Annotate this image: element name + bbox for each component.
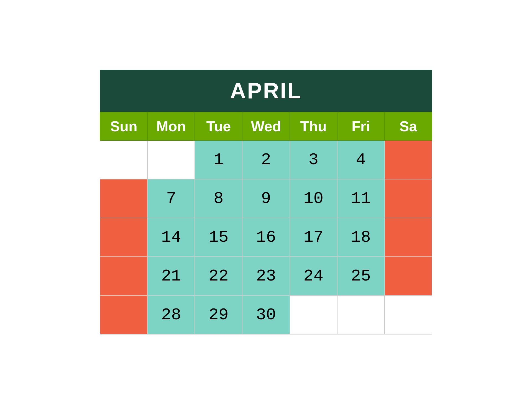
day-number: 29 bbox=[195, 305, 242, 324]
calendar-cell[interactable]: 3 bbox=[290, 140, 337, 179]
day-number: 1 bbox=[195, 150, 242, 169]
day-number: 6 bbox=[100, 189, 147, 208]
calendar-cell[interactable]: 9 bbox=[242, 179, 290, 218]
day-number: 5 bbox=[385, 150, 432, 169]
calendar-cell[interactable]: 18 bbox=[337, 218, 385, 257]
day-header-fri: Fri bbox=[337, 112, 385, 140]
day-number: 20 bbox=[100, 267, 147, 285]
calendar-cell[interactable]: 17 bbox=[290, 218, 337, 257]
day-header-sun: Sun bbox=[100, 112, 147, 140]
day-header-wed: Wed bbox=[242, 112, 290, 140]
calendar-cell[interactable]: 12 bbox=[385, 179, 432, 218]
calendar-cell[interactable] bbox=[337, 295, 385, 334]
day-header-tue: Tue bbox=[195, 112, 242, 140]
day-number: 27 bbox=[100, 305, 147, 324]
day-number: 18 bbox=[337, 228, 384, 247]
calendar-cell[interactable]: 19 bbox=[385, 218, 432, 257]
calendar-cell[interactable]: 28 bbox=[147, 295, 195, 334]
calendar-cell[interactable] bbox=[147, 140, 195, 179]
calendar-week-row: 13141516171819 bbox=[100, 218, 432, 257]
day-number: 17 bbox=[290, 228, 337, 247]
day-header-row: Sun Mon Tue Wed Thu Fri Sa bbox=[100, 112, 432, 140]
calendar-cell[interactable]: 29 bbox=[195, 295, 242, 334]
day-header-thu: Thu bbox=[290, 112, 337, 140]
calendar-wrapper: APRIL Sun Mon Tue Wed Thu Fri Sa 1234567… bbox=[100, 70, 432, 334]
calendar-cell[interactable]: 23 bbox=[242, 257, 290, 295]
day-number: 30 bbox=[242, 305, 289, 324]
day-number: 15 bbox=[195, 228, 242, 247]
day-number: 22 bbox=[195, 267, 242, 285]
calendar-cell[interactable]: 14 bbox=[147, 218, 195, 257]
calendar-week-row: 27282930 bbox=[100, 295, 432, 334]
month-title: APRIL bbox=[100, 78, 432, 104]
day-number: 14 bbox=[148, 228, 195, 247]
day-number: 11 bbox=[337, 189, 384, 208]
calendar-cell[interactable]: 4 bbox=[337, 140, 385, 179]
day-number: 13 bbox=[100, 228, 147, 247]
calendar-week-row: 12345 bbox=[100, 140, 432, 179]
day-number: 2 bbox=[242, 150, 289, 169]
day-number: 23 bbox=[242, 267, 289, 285]
calendar-cell[interactable]: 25 bbox=[337, 257, 385, 295]
calendar-body: 1234567891011121314151617181920212223242… bbox=[100, 140, 432, 334]
day-number: 3 bbox=[290, 150, 337, 169]
calendar-cell[interactable]: 16 bbox=[242, 218, 290, 257]
calendar-week-row: 20212223242526 bbox=[100, 257, 432, 295]
calendar-cell[interactable] bbox=[385, 295, 432, 334]
calendar-cell[interactable]: 27 bbox=[100, 295, 147, 334]
day-number: 25 bbox=[337, 267, 384, 285]
day-number: 24 bbox=[290, 267, 337, 285]
day-number: 12 bbox=[385, 189, 432, 208]
calendar-header: APRIL bbox=[100, 70, 432, 112]
day-number: 28 bbox=[148, 305, 195, 324]
calendar-cell[interactable]: 2 bbox=[242, 140, 290, 179]
day-number: 7 bbox=[148, 189, 195, 208]
day-number: 4 bbox=[337, 150, 384, 169]
calendar-cell[interactable]: 21 bbox=[147, 257, 195, 295]
calendar-cell[interactable] bbox=[290, 295, 337, 334]
calendar-cell[interactable]: 11 bbox=[337, 179, 385, 218]
day-number: 26 bbox=[385, 267, 432, 285]
calendar-cell[interactable]: 24 bbox=[290, 257, 337, 295]
day-number: 16 bbox=[242, 228, 289, 247]
calendar-cell[interactable]: 5 bbox=[385, 140, 432, 179]
day-number: 9 bbox=[242, 189, 289, 208]
calendar-cell[interactable]: 1 bbox=[195, 140, 242, 179]
calendar-cell[interactable]: 30 bbox=[242, 295, 290, 334]
calendar-cell[interactable] bbox=[100, 140, 147, 179]
calendar-cell[interactable]: 20 bbox=[100, 257, 147, 295]
day-number: 19 bbox=[385, 228, 432, 247]
calendar-cell[interactable]: 22 bbox=[195, 257, 242, 295]
day-number: 21 bbox=[148, 267, 195, 285]
day-header-sa: Sa bbox=[385, 112, 432, 140]
calendar-cell[interactable]: 6 bbox=[100, 179, 147, 218]
day-header-mon: Mon bbox=[147, 112, 195, 140]
calendar-cell[interactable]: 26 bbox=[385, 257, 432, 295]
calendar-week-row: 6789101112 bbox=[100, 179, 432, 218]
day-number: 10 bbox=[290, 189, 337, 208]
calendar-cell[interactable]: 15 bbox=[195, 218, 242, 257]
calendar-cell[interactable]: 10 bbox=[290, 179, 337, 218]
calendar-cell[interactable]: 7 bbox=[147, 179, 195, 218]
calendar-cell[interactable]: 8 bbox=[195, 179, 242, 218]
calendar-table: Sun Mon Tue Wed Thu Fri Sa 1234567891011… bbox=[100, 112, 432, 334]
calendar-cell[interactable]: 13 bbox=[100, 218, 147, 257]
day-number: 8 bbox=[195, 189, 242, 208]
